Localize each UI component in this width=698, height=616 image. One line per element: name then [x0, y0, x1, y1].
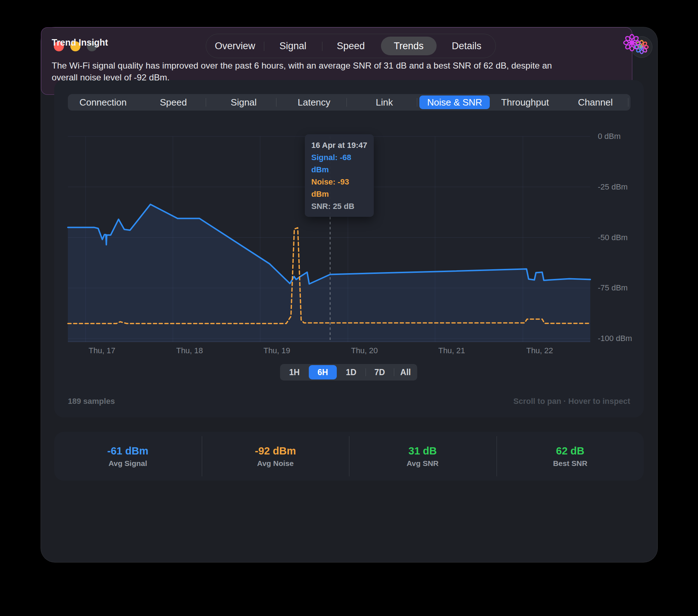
stat-label: Best SNR	[553, 459, 587, 468]
y-tick-label: -75 dBm	[598, 283, 641, 293]
x-tick-label: Thu, 21	[427, 346, 477, 355]
range-1h[interactable]: 1H	[280, 365, 309, 379]
tab-details[interactable]: Details	[439, 37, 494, 55]
x-tick-label: Thu, 20	[339, 346, 390, 355]
metric-tab-speed[interactable]: Speed	[138, 95, 209, 109]
insight-body: The Wi-Fi signal quality has improved ov…	[52, 60, 554, 83]
stat-divider	[497, 436, 497, 476]
intelligence-flower-icon	[623, 34, 641, 52]
stat-avg-signal: -61 dBm Avg Signal	[54, 432, 201, 481]
stat-value: -92 dBm	[255, 445, 296, 457]
stat-divider	[202, 436, 202, 476]
interaction-hint-label: Scroll to pan · Hover to inspect	[513, 397, 630, 406]
tab-divider	[322, 42, 322, 51]
stat-divider	[349, 436, 349, 476]
tab-overview[interactable]: Overview	[207, 37, 263, 55]
x-tick-label: Thu, 22	[515, 346, 565, 355]
tab-divider	[264, 42, 264, 51]
stat-best-snr: 62 dB Best SNR	[497, 432, 644, 481]
range-6h[interactable]: 6H	[309, 365, 337, 379]
tooltip-timestamp: 16 Apr at 19:47	[311, 139, 367, 151]
metric-tab-link[interactable]: Link	[349, 95, 420, 109]
stat-avg-snr: 31 dB Avg SNR	[349, 432, 496, 481]
metric-tab-channel[interactable]: Channel	[560, 95, 630, 109]
sample-count-label: 189 samples	[68, 397, 115, 406]
stat-value: 31 dB	[409, 445, 437, 457]
metric-tab-latency[interactable]: Latency	[279, 95, 349, 109]
summary-stats-panel: -61 dBm Avg Signal -92 dBm Avg Noise 31 …	[54, 432, 644, 481]
insight-title: Trend Insight	[52, 37, 108, 48]
metric-tab-signal[interactable]: Signal	[209, 95, 279, 109]
y-tick-label: 0 dBm	[598, 132, 641, 141]
x-tick-label: Thu, 18	[164, 346, 215, 355]
trend-chart-panel: Connection Speed Signal Latency Link Noi…	[54, 80, 644, 417]
tab-speed[interactable]: Speed	[323, 37, 378, 55]
tab-signal[interactable]: Signal	[265, 37, 321, 55]
tooltip-noise-value: Noise: -93 dBm	[311, 176, 367, 200]
y-tick-label: -100 dBm	[598, 334, 641, 343]
y-tick-label: -25 dBm	[598, 182, 641, 192]
range-all[interactable]: All	[394, 365, 417, 379]
tooltip-signal-value: Signal: -68 dBm	[311, 151, 367, 176]
stat-value: 62 dB	[556, 445, 585, 457]
stat-label: Avg Noise	[257, 459, 294, 468]
stat-label: Avg SNR	[406, 459, 438, 468]
time-range-picker: 1H 6H 1D 7D All	[280, 364, 417, 381]
stat-avg-noise: -92 dBm Avg Noise	[202, 432, 349, 481]
y-tick-label: -50 dBm	[598, 233, 641, 242]
app-window: Overview Signal Speed Trends Details Con…	[41, 27, 658, 563]
metric-tab-throughput[interactable]: Throughput	[490, 95, 560, 109]
tab-trends[interactable]: Trends	[381, 37, 437, 55]
tooltip-snr-value: SNR: 25 dB	[311, 200, 367, 213]
x-tick-label: Thu, 19	[252, 346, 302, 355]
metric-tab-connection[interactable]: Connection	[68, 95, 138, 109]
stat-value: -61 dBm	[107, 445, 148, 457]
x-tick-label: Thu, 17	[77, 346, 127, 355]
main-tab-bar: Overview Signal Speed Trends Details	[206, 34, 496, 58]
hover-tooltip: 16 Apr at 19:47 Signal: -68 dBm Noise: -…	[305, 134, 374, 217]
metric-tab-noise-snr[interactable]: Noise & SNR	[419, 95, 490, 109]
range-7d[interactable]: 7D	[366, 365, 394, 379]
range-1d[interactable]: 1D	[337, 365, 366, 379]
stat-label: Avg Signal	[108, 459, 147, 468]
